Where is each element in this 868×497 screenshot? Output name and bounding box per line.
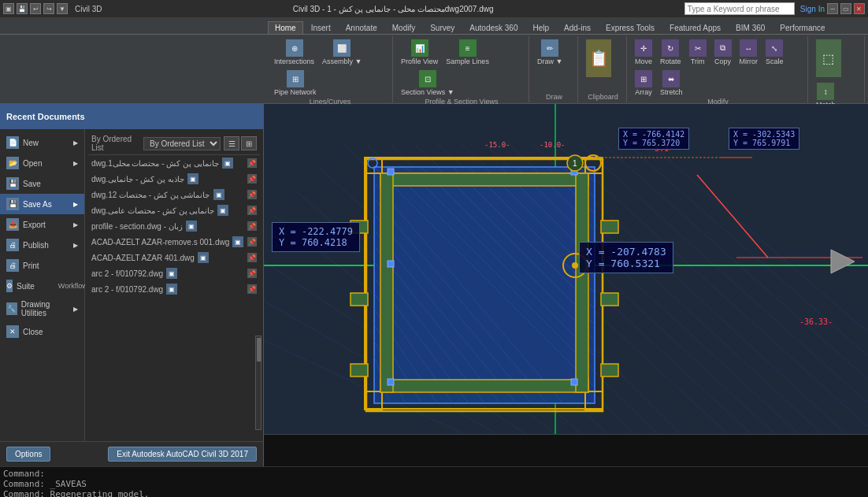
layer-properties-icon: ⬚ (816, 39, 841, 77)
intersections-icon: ⊕ (286, 39, 303, 57)
draw-group-label: Draw (534, 93, 574, 101)
pipe-network-btn[interactable]: ⊞ Pipe Network (271, 69, 320, 98)
search-input[interactable] (684, 2, 795, 15)
recent-doc-1[interactable]: 📌 ▣ جانمایی پن کش - محتصات محلی1.dwg (88, 155, 260, 171)
draw-buttons: ✏ Draw ▼ (534, 38, 566, 67)
scale-btn[interactable]: ⤡ Scale (762, 38, 787, 67)
recent-doc-8[interactable]: 📌 ▣ arc 2 - f/010792.dwg (88, 265, 260, 281)
menu-label-utilities: Drawing Utilities (21, 300, 69, 317)
tab-performance[interactable]: Performance (773, 21, 832, 34)
intersections-btn[interactable]: ⊕ Intersections (271, 38, 317, 67)
stretch-btn[interactable]: ⬌ Stretch (657, 69, 686, 98)
assembly-btn[interactable]: ⬜ Assembly ▼ (319, 38, 365, 67)
menu-item-close[interactable]: ✕ Close (0, 321, 84, 342)
coord-display-left: X = -222.4779 Y = 760.4218 (272, 222, 360, 252)
mirror-btn[interactable]: ↔ Mirror (736, 38, 762, 67)
layers-buttons: ⬚ ↕ Match (813, 38, 861, 104)
scrollbar-thumb[interactable] (257, 338, 262, 362)
titlebar-title: Civil 3D - محتصات محلی - جانمایی پن کش -… (293, 5, 494, 13)
tab-annotate[interactable]: Annotate (339, 21, 384, 34)
recent-doc-3[interactable]: 📌 ▣ جانماشی پن کش - محتصات 12.dwg (88, 187, 260, 202)
svg-rect-66 (601, 364, 618, 376)
recent-doc-4[interactable]: 📌 ▣ جانمایی پن کش - محتصات عامی.dwg (88, 202, 260, 218)
pin-icon-5[interactable]: 📌 (247, 221, 257, 231)
recent-doc-9[interactable]: 📌 ▣ arc 2 - f/010792.dwg (88, 281, 260, 297)
section-views-btn[interactable]: ⊡ Section Views ▼ (398, 69, 458, 98)
pin-icon-8[interactable]: 📌 (247, 269, 257, 278)
tab-help[interactable]: Help (526, 21, 557, 34)
array-btn[interactable]: ⊞ Array (632, 69, 655, 98)
options-button[interactable]: Options (6, 447, 50, 462)
minimize-btn[interactable]: ─ (827, 3, 838, 14)
view-grid-btn[interactable]: ⊞ (241, 136, 257, 150)
pin-icon-1[interactable]: 📌 (247, 158, 257, 168)
pin-icon-7[interactable]: 📌 (247, 253, 257, 262)
tab-addins[interactable]: Add-ins (557, 21, 598, 34)
tab-autodesk360[interactable]: Autodesk 360 (462, 21, 525, 34)
lines-group-label: Lines/Curves (271, 98, 389, 104)
tab-insert[interactable]: Insert (304, 21, 338, 34)
cad-viewport[interactable]: -5.1- -36.33- -15.0- -10.0- 1 X = -222.4… (264, 104, 868, 434)
menu-item-drawing-utilities[interactable]: 🔧 Drawing Utilities ▶ (0, 296, 84, 321)
app-icon[interactable]: ▣ (3, 3, 14, 14)
recent-doc-6[interactable]: 📌 ▣ ACAD-AZELT AZAR-remove.s 001.dwg (88, 234, 260, 250)
sample-lines-btn[interactable]: ≡ Sample Lines (443, 38, 492, 67)
cad-drawing: -5.1- -36.33- -15.0- -10.0- 1 (264, 104, 868, 434)
pin-icon-2[interactable]: 📌 (247, 174, 257, 184)
layer-properties-btn[interactable]: ⬚ (813, 38, 844, 80)
layer-match-btn[interactable]: ↕ Match (813, 81, 839, 104)
tab-survey[interactable]: Survey (423, 21, 462, 34)
rotate-btn[interactable]: ↻ Rotate (657, 38, 684, 67)
quick-open-btn[interactable]: ▼ (57, 3, 68, 14)
trim-btn[interactable]: ✂ Trim (686, 38, 710, 67)
profile-buttons: 📊 Profile View ≡ Sample Lines ⊡ Section … (398, 38, 525, 98)
restore-btn[interactable]: ▭ (840, 3, 851, 14)
scale-icon: ⤡ (766, 39, 783, 57)
menu-item-suite[interactable]: ⚙ Suite Workflows ▶ (0, 276, 84, 296)
menu-item-print[interactable]: 🖨 Print (0, 255, 84, 276)
svg-rect-71 (388, 261, 394, 267)
pin-icon-4[interactable]: 📌 (247, 206, 257, 215)
modify-buttons: ✛ Move ↻ Rotate ✂ Trim ⧉ Copy ↔ Mirror (632, 38, 804, 98)
pin-icon-6[interactable]: 📌 (247, 237, 257, 247)
tab-bim360[interactable]: BIM 360 (729, 21, 772, 34)
utilities-arrow-icon: ▶ (73, 306, 78, 313)
menu-item-open[interactable]: 📂 Open ▶ (0, 153, 84, 173)
suite-icon: ⚙ (6, 280, 13, 292)
quick-redo-btn[interactable]: ↪ (43, 3, 54, 14)
pin-icon-3[interactable]: 📌 (247, 190, 257, 199)
view-list-btn[interactable]: ☰ (224, 136, 239, 150)
recent-doc-2[interactable]: 📌 ▣ جاذبه پن کش - جانمایی.dwg (88, 171, 260, 187)
pin-icon-9[interactable]: 📌 (247, 284, 257, 294)
menu-item-new[interactable]: 📄 New ▶ (0, 132, 84, 153)
recent-doc-5[interactable]: 📌 ▣ زبان - profile - section.dwg (88, 218, 260, 234)
menu-item-publish[interactable]: 🖨 Publish ▶ (0, 235, 84, 255)
quick-undo-btn[interactable]: ↩ (30, 3, 41, 14)
profile-group-label: Profile & Section Views (398, 98, 525, 104)
close-btn[interactable]: ✕ (854, 3, 865, 14)
menu-item-save[interactable]: 💾 Save (0, 173, 84, 194)
tab-home[interactable]: Home (268, 21, 303, 34)
svg-rect-57 (380, 173, 588, 186)
sign-in-btn[interactable]: Sign In (800, 5, 825, 13)
menu-item-export[interactable]: 📤 Export ▶ (0, 214, 84, 235)
draw-btn[interactable]: ✏ Draw ▼ (534, 38, 566, 67)
profile-view-btn[interactable]: 📊 Profile View (398, 38, 441, 67)
filter-select[interactable]: By Ordered List By Date By Size (143, 137, 221, 150)
copy-btn[interactable]: ⧉ Copy (711, 38, 735, 67)
command-area: Command: Command: _SAVEAS Command: Regen… (0, 466, 868, 497)
tab-express[interactable]: Express Tools (599, 21, 662, 34)
exit-button[interactable]: Exit Autodesk AutoCAD Civil 3D 2017 (108, 447, 257, 462)
menu-item-saveas[interactable]: 💾 Save As ▶ (0, 194, 84, 214)
publish-arrow-icon: ▶ (73, 242, 78, 249)
scrollbar[interactable] (255, 336, 262, 430)
move-btn[interactable]: ✛ Move (632, 38, 655, 67)
software-name: Civil 3D (75, 5, 102, 13)
paste-btn[interactable]: 📋 (583, 38, 614, 80)
tab-featured[interactable]: Featured Apps (662, 21, 728, 34)
app-menu-header: Recent Documents (0, 104, 263, 129)
tab-modify[interactable]: Modify (385, 21, 422, 34)
quick-save-btn[interactable]: 💾 (17, 3, 28, 14)
export-file-icon: 📤 (6, 218, 19, 231)
recent-doc-7[interactable]: 📌 ▣ ACAD-AZELT AZAR 401.dwg (88, 250, 260, 265)
